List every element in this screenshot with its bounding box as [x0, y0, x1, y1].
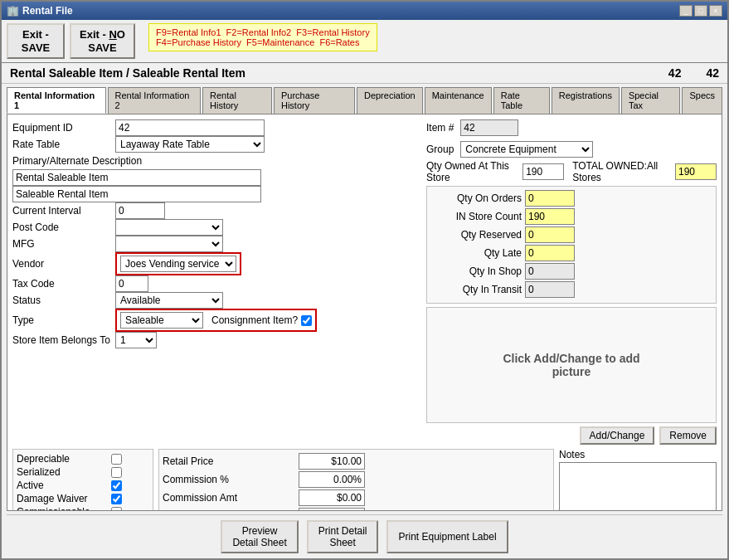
flat-dw-input[interactable]: [299, 508, 365, 511]
qty-reserved-label: Qty Reserved: [430, 229, 522, 241]
qty-panel: Qty On Orders IN Store Count Qty Reserve…: [426, 186, 717, 304]
prices-panel: Retail Price Commission % Commission Amt…: [158, 449, 554, 511]
current-interval-label: Current Interval: [12, 205, 112, 217]
post-code-label: Post Code: [12, 222, 112, 233]
tax-code-row: Tax Code: [12, 275, 420, 292]
group-label: Group: [426, 144, 454, 155]
preview-detail-button[interactable]: PreviewDetail Sheet: [221, 520, 298, 553]
minimize-button[interactable]: _: [679, 5, 693, 17]
tab-purchase-history[interactable]: Purchase History: [274, 87, 355, 114]
tab-rental-info-1[interactable]: Rental Information 1: [7, 87, 106, 114]
store-belongs-label: Store Item Belongs To: [12, 334, 112, 346]
exit-nosave-button[interactable]: Exit - NOSAVE: [70, 23, 135, 59]
secondary-desc-row: [12, 186, 420, 202]
type-select[interactable]: Saleable: [120, 312, 203, 329]
in-store-count-row: IN Store Count: [430, 208, 712, 225]
pic-buttons: Add/Change Remove: [426, 426, 717, 445]
depreciable-checkbox[interactable]: [111, 454, 122, 465]
current-interval-row: Current Interval: [12, 202, 420, 219]
qty-in-shop-row: Qty In Shop: [430, 263, 712, 280]
secondary-desc-input[interactable]: [12, 186, 261, 202]
flat-dw-label: Flat DW Amount: [163, 510, 295, 511]
serialized-checkbox[interactable]: [111, 467, 122, 478]
item-num-row: Item #: [426, 119, 518, 136]
footer-buttons: PreviewDetail Sheet Print DetailSheet Pr…: [7, 514, 722, 558]
retail-price-label: Retail Price: [163, 455, 295, 467]
post-code-row: Post Code: [12, 219, 420, 236]
qty-reserved-input[interactable]: [525, 226, 575, 243]
post-code-select[interactable]: [115, 219, 223, 236]
content-area: Equipment ID Rate Table Layaway Rate Tab…: [7, 114, 722, 511]
remove-button[interactable]: Remove: [659, 426, 717, 445]
type-row: Type Saleable Consignment Item?: [12, 309, 420, 332]
in-store-count-input[interactable]: [525, 208, 575, 225]
mfg-select[interactable]: [115, 236, 223, 252]
status-label: Status: [12, 295, 112, 306]
main-title-nums: 42 42: [668, 66, 719, 80]
num2: 42: [706, 66, 719, 80]
add-change-button[interactable]: Add/Change: [580, 426, 655, 445]
qty-owned-input[interactable]: [522, 163, 564, 180]
equipment-id-row: Equipment ID: [12, 119, 420, 136]
maximize-button[interactable]: □: [694, 5, 707, 17]
status-select[interactable]: Available: [115, 292, 223, 309]
main-title-text: Rental Saleable Item / Saleable Rental I…: [10, 66, 245, 80]
qty-on-orders-row: Qty On Orders: [430, 190, 712, 207]
tab-depreciation[interactable]: Depreciation: [357, 87, 423, 114]
commissionable-label: Commissionable: [17, 506, 108, 511]
vendor-row: Vendor Joes Vending service: [12, 252, 420, 275]
depreciable-label: Depreciable: [17, 453, 108, 465]
exit-save-button[interactable]: Exit -SAVE: [7, 23, 65, 59]
picture-area: Click Add/Change to addpicture: [426, 307, 717, 423]
vendor-box: Joes Vending service: [115, 252, 241, 275]
qty-on-orders-input[interactable]: [525, 190, 575, 207]
qty-late-label: Qty Late: [430, 247, 522, 259]
equipment-id-input[interactable]: [115, 119, 265, 136]
damage-waiver-checkbox[interactable]: [111, 494, 122, 504]
tax-code-input[interactable]: [115, 275, 148, 292]
tab-bar: Rental Information 1 Rental Information …: [2, 84, 727, 114]
depreciable-row: Depreciable: [17, 453, 149, 465]
print-detail-button[interactable]: Print DetailSheet: [307, 520, 379, 553]
commissionable-row: Commissionable: [17, 506, 149, 511]
active-checkbox[interactable]: [111, 480, 122, 491]
close-button[interactable]: ×: [709, 5, 722, 17]
hotkey-info: F9=Rental Info1 F2=Rental Info2 F3=Renta…: [148, 23, 377, 51]
tab-maintenance[interactable]: Maintenance: [425, 87, 492, 114]
print-equipment-button[interactable]: Print Equipment Label: [386, 520, 508, 553]
tab-special-tax[interactable]: Special Tax: [621, 87, 681, 114]
rate-table-row: Rate Table Layaway Rate Table: [12, 136, 420, 153]
consignment-checkbox[interactable]: [301, 315, 312, 326]
retail-price-input[interactable]: [299, 453, 365, 470]
window-title: Rental File: [22, 5, 73, 17]
item-num-label: Item #: [426, 122, 454, 134]
commission-amt-input[interactable]: [299, 489, 365, 506]
toolbar: Exit -SAVE Exit - NOSAVE F9=Rental Info1…: [2, 20, 727, 63]
hotkey-line2: F4=Purchase History F5=Maintenance F6=Ra…: [156, 37, 370, 47]
tab-specs[interactable]: Specs: [682, 87, 722, 114]
retail-price-row: Retail Price: [163, 453, 550, 470]
tab-rate-table[interactable]: Rate Table: [493, 87, 550, 114]
tab-rental-info-2[interactable]: Rental Information 2: [108, 87, 202, 114]
store-belongs-select[interactable]: 1: [115, 332, 157, 348]
notes-textarea[interactable]: [559, 462, 717, 511]
tab-registrations[interactable]: Registrations: [552, 87, 620, 114]
primary-desc-input[interactable]: [12, 169, 261, 186]
main-title-bar: Rental Saleable Item / Saleable Rental I…: [2, 63, 727, 84]
damage-waiver-label: Damage Waiver: [17, 493, 108, 504]
qty-on-orders-label: Qty On Orders: [430, 192, 522, 204]
mfg-row: MFG: [12, 236, 420, 252]
picture-text: Click Add/Change to addpicture: [503, 352, 639, 378]
tab-rental-history[interactable]: Rental History: [202, 87, 272, 114]
commission-amt-label: Commission Amt: [163, 492, 295, 504]
primary-desc-input-row: [12, 169, 420, 186]
serialized-label: Serialized: [17, 466, 108, 478]
commission-pct-input[interactable]: [299, 471, 365, 488]
vendor-select[interactable]: Joes Vending service: [120, 256, 236, 272]
qty-late-input[interactable]: [525, 245, 575, 261]
group-select[interactable]: Concrete Equipment: [460, 141, 593, 158]
current-interval-input[interactable]: [115, 202, 165, 219]
rate-table-select[interactable]: Layaway Rate Table: [115, 136, 265, 153]
commissionable-checkbox[interactable]: [111, 507, 122, 511]
title-bar-left: 🏢 Rental File: [7, 5, 73, 17]
